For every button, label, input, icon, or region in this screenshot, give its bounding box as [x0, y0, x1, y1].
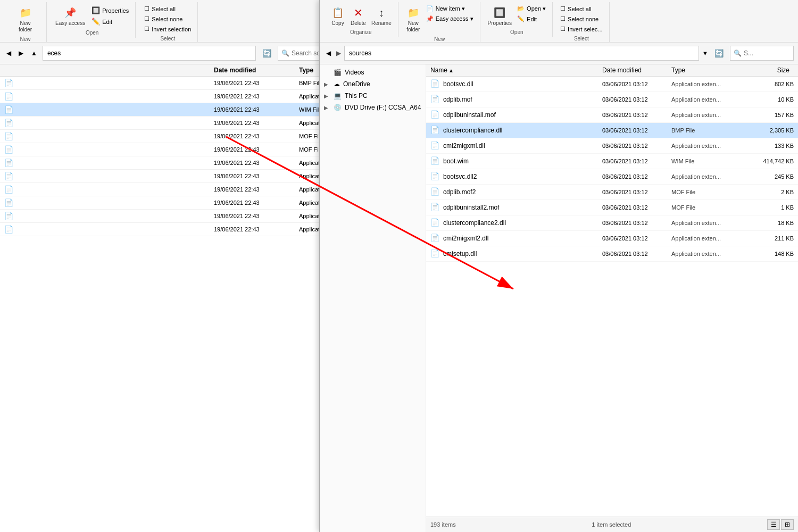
file-icon: 📄 [4, 172, 13, 180]
right-easy-access-button[interactable]: 📌 Easy access ▾ [424, 14, 476, 23]
right-file-row[interactable]: 📄 cmi2migxml.dll 03/06/2021 03:12 Applic… [426, 138, 798, 154]
edit-label: Edit [102, 19, 112, 25]
select-none-button[interactable]: ☐ Select none [142, 14, 193, 23]
file-date: 19/06/2021 22:43 [214, 173, 299, 179]
right-select-none-button[interactable]: ☐ Select none [558, 14, 604, 23]
right-file-row[interactable]: 📄 bootsvc.dll 03/06/2021 03:12 Applicati… [426, 77, 798, 92]
col-date-label: Date modified [602, 66, 642, 74]
new-item-button[interactable]: 📄 New item ▾ [424, 4, 476, 13]
right-col-date[interactable]: Date modified [602, 66, 671, 74]
right-search-input[interactable] [744, 49, 790, 57]
delete-button[interactable]: ✕ Delete [348, 4, 368, 27]
right-col-type[interactable]: Type [671, 66, 751, 74]
forward-button[interactable]: ▶ [16, 48, 26, 58]
right-expand-btn[interactable]: ▼ [702, 50, 708, 56]
right-file-size: 802 KB [751, 81, 794, 87]
nav-item[interactable]: ▶ 💻 This PC [320, 90, 426, 102]
file-date: 19/06/2021 22:43 [214, 213, 299, 219]
right-file-row[interactable]: 📄 cdplibuninstall.mof 03/06/2021 03:12 A… [426, 107, 798, 123]
right-file-name: 📄 bootsvc.dll [430, 79, 602, 89]
right-properties-button[interactable]: 🔲 Properties [486, 4, 514, 27]
right-file-name-text: cdplib.mof [443, 96, 472, 103]
col-header-date[interactable]: Date modified [214, 66, 299, 74]
select-buttons: ☐ Select all ☐ Select none ☐ Invert sele… [142, 4, 193, 34]
right-file-name: 📄 clustercompliance.dll [430, 126, 602, 135]
select-all-icon: ☐ [144, 5, 149, 12]
nav-label: DVD Drive (F:) CCSA_A64 [345, 104, 421, 111]
copy-button[interactable]: 📋 Copy [328, 4, 347, 27]
right-col-headers: Name ▲ Date modified Type Size [426, 64, 798, 77]
right-invert-button[interactable]: ☐ Invert selec... [558, 24, 604, 34]
nav-icon: 🎬 [334, 69, 342, 76]
right-new-folder-button[interactable]: 📁 Newfolder [404, 4, 423, 34]
select-all-button[interactable]: ☐ Select all [142, 4, 193, 13]
file-icon: 📄 [4, 185, 13, 194]
easy-access-icon: 📌 [63, 5, 78, 20]
right-back-button[interactable]: ◀ [324, 48, 333, 58]
ribbon-group-select: ☐ Select all ☐ Select none ☐ Invert sele… [138, 2, 198, 43]
right-file-name: 📄 cdplib.mof [430, 95, 602, 104]
large-icons-view-button[interactable]: ⊞ [781, 519, 794, 530]
file-icon-name: 📄 [4, 225, 214, 234]
right-ribbon-new: 📁 Newfolder 📄 New item ▾ 📌 Easy access ▾… [400, 2, 480, 44]
right-properties-label: Properties [488, 20, 512, 26]
invert-selection-button[interactable]: ☐ Invert selection [142, 24, 193, 34]
right-file-size: 157 KB [751, 112, 794, 118]
easy-access-button[interactable]: 📌 Easy access [53, 4, 87, 28]
nav-icon: ☁ [334, 80, 340, 88]
right-file-name: 📄 cdplibuninstall2.mof [430, 203, 602, 212]
right-file-row[interactable]: 📄 clustercompliance.dll 03/06/2021 03:12… [426, 123, 798, 138]
sort-arrow: ▲ [448, 68, 454, 73]
expand-arrow: ▶ [324, 81, 330, 87]
edit-button[interactable]: ✏️ Edit [89, 16, 131, 27]
right-ribbon-open-label: Open [510, 27, 523, 35]
right-file-row[interactable]: 📄 cdplib.mof 03/06/2021 03:12 Applicatio… [426, 92, 798, 107]
right-file-name-text: cmisetup.dll [443, 250, 477, 257]
right-file-size: 245 KB [751, 173, 794, 180]
right-select-all-icon: ☐ [560, 5, 566, 12]
right-file-icon: 📄 [430, 218, 440, 228]
right-address-input[interactable] [344, 46, 699, 61]
up-button[interactable]: ▲ [29, 48, 39, 58]
new-folder-button[interactable]: 📁 Newfolder [16, 4, 35, 34]
right-select-all-label: Select all [568, 6, 592, 12]
nav-item[interactable]: ▶ 💿 DVD Drive (F:) CCSA_A64 [320, 102, 426, 113]
right-col-name[interactable]: Name ▲ [430, 66, 602, 74]
rename-button[interactable]: ↕ Rename [369, 4, 394, 27]
right-file-name: 📄 boot.wim [430, 156, 602, 166]
right-file-name-text: bootsvc.dll [443, 80, 473, 88]
right-file-row[interactable]: 📄 clustercompliance2.dll 03/06/2021 03:1… [426, 215, 798, 231]
right-file-explorer: 📋 Copy ✕ Delete ↕ Rename Organize 📁 Ne [319, 0, 798, 532]
right-file-row[interactable]: 📄 cmi2migxml2.dll 03/06/2021 03:12 Appli… [426, 231, 798, 246]
right-file-row[interactable]: 📄 cdplib.mof2 03/06/2021 03:12 MOF File … [426, 185, 798, 200]
properties-label: Properties [102, 7, 129, 14]
right-edit-label: Edit [527, 16, 537, 22]
right-select-all-button[interactable]: ☐ Select all [558, 4, 604, 13]
right-file-list: 📄 bootsvc.dll 03/06/2021 03:12 Applicati… [426, 77, 798, 517]
right-selected-count: 1 item selected [592, 521, 631, 528]
right-file-type: Application exten... [671, 251, 751, 257]
right-edit-button[interactable]: ✏️ Edit [515, 14, 548, 23]
right-file-row[interactable]: 📄 boot.wim 03/06/2021 03:12 WIM File 414… [426, 154, 798, 169]
file-icon: 📄 [4, 212, 13, 220]
ribbon-group-select-label: Select [160, 34, 175, 41]
nav-item[interactable]: 🎬 Videos [320, 66, 426, 78]
properties-button[interactable]: 🔲 Properties [89, 5, 131, 15]
file-icon: 📄 [4, 79, 13, 87]
nav-item[interactable]: ▶ ☁ OneDrive [320, 78, 426, 90]
file-date: 19/06/2021 22:43 [214, 226, 299, 232]
right-col-size[interactable]: Size [751, 66, 794, 74]
new-folder-label: Newfolder [19, 20, 32, 33]
right-file-row[interactable]: 📄 cmisetup.dll 03/06/2021 03:12 Applicat… [426, 246, 798, 262]
right-refresh-button[interactable]: 🔄 [711, 48, 727, 59]
right-file-row[interactable]: 📄 bootsvc.dll2 03/06/2021 03:12 Applicat… [426, 169, 798, 185]
rename-icon: ↕ [374, 5, 389, 20]
refresh-button[interactable]: 🔄 [259, 48, 275, 59]
address-input[interactable] [43, 46, 256, 61]
right-file-date: 03/06/2021 03:12 [602, 173, 671, 180]
details-view-button[interactable]: ☰ [767, 519, 780, 530]
right-file-row[interactable]: 📄 cdplibuninstall2.mof 03/06/2021 03:12 … [426, 200, 798, 215]
right-open-button[interactable]: 📂 Open ▾ [515, 4, 548, 13]
right-file-type: Application exten... [671, 173, 751, 180]
back-button[interactable]: ◀ [4, 48, 13, 58]
